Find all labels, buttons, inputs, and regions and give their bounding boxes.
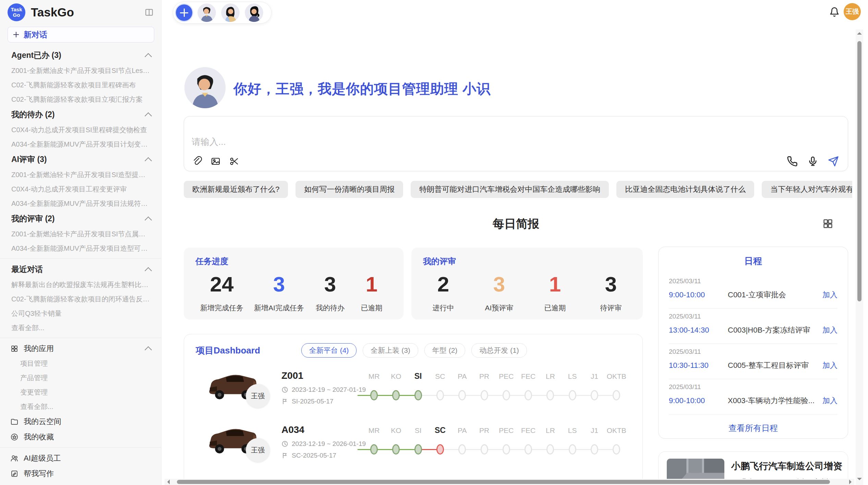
avatar[interactable] bbox=[197, 3, 216, 22]
avatar[interactable] bbox=[245, 3, 263, 22]
milestone-node[interactable] bbox=[458, 444, 466, 455]
vertical-scrollbar[interactable] bbox=[856, 29, 863, 485]
milestone-node[interactable] bbox=[436, 390, 444, 400]
sidebar-item[interactable]: Z001-全新燃油轻卡产品开发项目SI节点属性5D文件评审 bbox=[0, 227, 161, 241]
notification-bell-icon[interactable] bbox=[829, 7, 840, 17]
milestone-node[interactable] bbox=[370, 390, 378, 400]
milestone-node[interactable] bbox=[569, 390, 576, 400]
collapse-panel-icon[interactable] bbox=[145, 8, 154, 17]
sidebar-item[interactable]: A034-全新新能源MUV产品开发项目法规符合性评审 bbox=[0, 196, 161, 211]
milestone-node[interactable] bbox=[525, 444, 532, 455]
milestone-node[interactable] bbox=[370, 444, 378, 455]
sidebar-item[interactable]: A034-全新新能源MUV产品开发项目造型可行性评审 bbox=[0, 241, 161, 256]
chevron-up-icon[interactable] bbox=[145, 346, 152, 353]
sidebar-item[interactable]: C02-飞腾新能源轻客改款项目里程碑画布 bbox=[0, 78, 161, 92]
sidebar-item[interactable]: A034-全新新能源MUV产品开发项目计划变更表编写 bbox=[0, 137, 161, 151]
milestone-node[interactable] bbox=[525, 390, 532, 400]
sidebar-app-item[interactable]: 项目管理 bbox=[0, 356, 161, 371]
sidebar-item[interactable]: C02-飞腾新能源轻客改款项目立项汇报方案 bbox=[0, 92, 161, 107]
dashboard-tab[interactable]: 年型 (2) bbox=[424, 343, 466, 358]
join-link[interactable]: 加入 bbox=[822, 325, 837, 335]
milestone-node[interactable] bbox=[613, 444, 620, 455]
sidebar-section-header[interactable]: 最近对话 bbox=[0, 261, 161, 277]
milestone-node[interactable] bbox=[613, 390, 620, 400]
suggestion-chip[interactable]: 特朗普可能对进口汽车增税会对中国车企造成哪些影响 bbox=[411, 181, 609, 198]
sidebar-app-item[interactable]: 变更管理 bbox=[0, 385, 161, 399]
suggestion-chip[interactable]: 比亚迪全固态电池计划具体说了什么 bbox=[616, 181, 754, 198]
horizontal-scrollbar[interactable] bbox=[165, 479, 854, 485]
sidebar-section-header[interactable]: Agent已办 (3) bbox=[0, 47, 161, 63]
chevron-up-icon[interactable] bbox=[145, 267, 152, 274]
sidebar-item-my-apps[interactable]: 我的应用 bbox=[0, 341, 161, 356]
avatar[interactable] bbox=[221, 3, 240, 22]
send-icon[interactable] bbox=[828, 156, 839, 167]
chat-input[interactable] bbox=[191, 136, 741, 148]
suggestion-chip[interactable]: 欧洲新规最近颁布了什么? bbox=[184, 181, 288, 198]
microphone-icon[interactable] bbox=[807, 156, 818, 167]
milestone-node[interactable] bbox=[392, 444, 400, 455]
milestone-node[interactable] bbox=[503, 390, 510, 400]
sidebar-app-item[interactable]: 产品管理 bbox=[0, 371, 161, 385]
milestone-node[interactable] bbox=[392, 390, 400, 400]
scroll-left-icon[interactable] bbox=[167, 480, 170, 484]
sidebar-item-ai-employee[interactable]: AI超级员工 bbox=[0, 450, 161, 466]
join-link[interactable]: 加入 bbox=[822, 290, 837, 300]
scroll-up-icon[interactable] bbox=[857, 32, 862, 35]
chevron-up-icon[interactable] bbox=[145, 112, 152, 119]
sidebar-item-help-write[interactable]: 帮我写作 bbox=[0, 466, 161, 481]
sidebar-item[interactable]: Z001-全新燃油皮卡产品开发项目SI节点Lesson Learn报告 bbox=[0, 63, 161, 78]
image-icon[interactable] bbox=[210, 156, 221, 167]
sidebar-item[interactable]: C0X4-动力总成开发项目SI里程碑提交物检查 bbox=[0, 123, 161, 137]
milestone-node[interactable] bbox=[436, 444, 444, 455]
attachment-icon[interactable] bbox=[192, 156, 203, 167]
schedule-event[interactable]: 2025/03/119:00-10:00C001-立项审批会加入 bbox=[669, 273, 837, 309]
sidebar-item[interactable]: 查看全部... bbox=[0, 321, 161, 335]
sidebar-item-favorites[interactable]: 我的收藏 bbox=[0, 429, 161, 445]
milestone-node[interactable] bbox=[546, 444, 554, 455]
view-all-schedule-link[interactable]: 查看所有日程 bbox=[659, 423, 848, 434]
suggestion-chip[interactable]: 当下年轻人对汽车外观有怎样的喜好趋势 bbox=[762, 181, 852, 198]
new-chat-button[interactable]: 新对话 bbox=[8, 27, 154, 42]
sidebar-item[interactable]: 公司Q3轻卡销量 bbox=[0, 306, 161, 321]
milestone-node[interactable] bbox=[569, 444, 576, 455]
sidebar-item-cloud-space[interactable]: 我的云空间 bbox=[0, 414, 161, 429]
dashboard-tab[interactable]: 全新上装 (3) bbox=[363, 343, 418, 358]
milestone-node[interactable] bbox=[458, 390, 466, 400]
milestone-node[interactable] bbox=[591, 444, 598, 455]
phone-icon[interactable] bbox=[787, 156, 798, 167]
sidebar-item-creative-draw[interactable]: 创意制图 bbox=[0, 481, 161, 485]
scroll-right-icon[interactable] bbox=[849, 480, 852, 484]
sidebar-item[interactable]: C02-飞腾新能源轻客改款项目的闭环通告反馈情况 bbox=[0, 292, 161, 306]
chevron-up-icon[interactable] bbox=[145, 216, 152, 223]
join-link[interactable]: 加入 bbox=[822, 396, 837, 406]
milestone-node[interactable] bbox=[414, 444, 422, 455]
milestone-node[interactable] bbox=[414, 390, 422, 400]
milestone-node[interactable] bbox=[546, 390, 554, 400]
schedule-event[interactable]: 2025/03/119:00-10:00X003-车辆动力学性能验...加入 bbox=[669, 379, 837, 414]
sidebar-item[interactable]: 解释最新出台的欧盟报废车法规再生塑料比例被调至15%... bbox=[0, 277, 161, 292]
chevron-up-icon[interactable] bbox=[145, 157, 152, 164]
layout-grid-icon[interactable] bbox=[822, 218, 834, 229]
sidebar-app-item[interactable]: 查看全部... bbox=[0, 399, 161, 414]
sidebar-item[interactable]: Z001-全新燃油轻卡产品开发项目SI造型提交物评审 bbox=[0, 167, 161, 182]
sidebar-item[interactable]: C0X4-动力总成开发项目工程变更评审 bbox=[0, 182, 161, 196]
milestone-node[interactable] bbox=[591, 390, 598, 400]
vertical-scrollbar-thumb[interactable] bbox=[857, 41, 861, 301]
sidebar-section-header[interactable]: 我的待办 (2) bbox=[0, 107, 161, 123]
user-avatar[interactable]: 王强 bbox=[844, 3, 861, 20]
scroll-down-icon[interactable] bbox=[857, 478, 862, 480]
sidebar-section-header[interactable]: AI评审 (3) bbox=[0, 151, 161, 167]
schedule-event[interactable]: 2025/03/1113:00-14:30C003|H0B-方案冻结评审加入 bbox=[669, 309, 837, 344]
suggestion-chip[interactable]: 如何写一份清晰的项目周报 bbox=[296, 181, 403, 198]
scissors-icon[interactable] bbox=[229, 156, 240, 167]
add-agent-button[interactable] bbox=[176, 4, 192, 21]
project-row[interactable]: 王强 A034 2023-12-19 ~ 2026-01-19 SC-2025-… bbox=[184, 422, 643, 473]
horizontal-scrollbar-thumb[interactable] bbox=[177, 480, 830, 484]
milestone-node[interactable] bbox=[481, 444, 488, 455]
chevron-up-icon[interactable] bbox=[145, 53, 152, 60]
schedule-event[interactable]: 2025/03/1110:30-11:30C005-整车工程目标评审加入 bbox=[669, 344, 837, 379]
sidebar-section-header[interactable]: 我的评审 (2) bbox=[0, 211, 161, 227]
milestone-node[interactable] bbox=[503, 444, 510, 455]
join-link[interactable]: 加入 bbox=[822, 360, 837, 371]
dashboard-tab[interactable]: 全新平台 (4) bbox=[301, 343, 357, 358]
